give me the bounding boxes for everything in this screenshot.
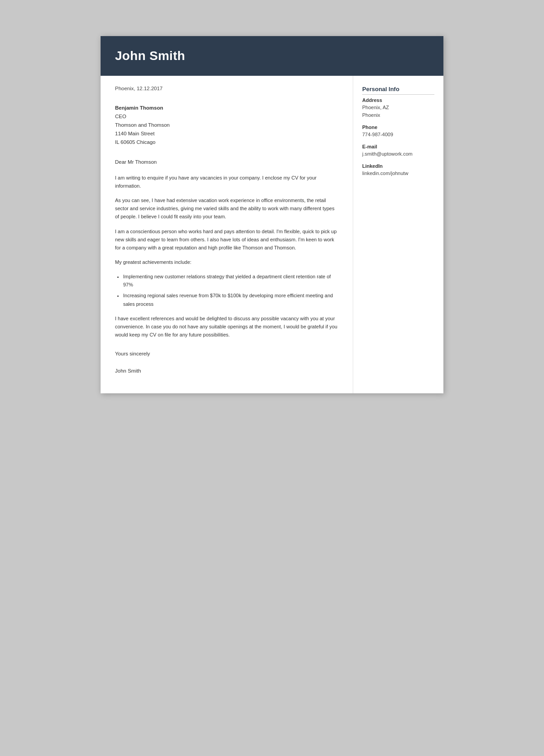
email-label: E-mail — [362, 144, 434, 149]
closing: Yours sincerely John Smith — [115, 350, 338, 375]
achievement-1: Implementing new customer relations stra… — [123, 272, 338, 289]
email-value: j.smith@uptowork.com — [362, 150, 434, 158]
personal-info-section: Personal Info Address Phoenix, AZPhoenix… — [362, 86, 434, 177]
address-label: Address — [362, 97, 434, 103]
header: John Smith — [101, 36, 443, 76]
linkedin-label: LinkedIn — [362, 163, 434, 169]
document: John Smith Phoenix, 12.12.2017 Benjamin … — [101, 36, 443, 393]
sign-name: John Smith — [115, 367, 338, 376]
paragraph-3: I am a conscientious person who works ha… — [115, 227, 338, 252]
sidebar: Personal Info Address Phoenix, AZPhoenix… — [353, 76, 443, 393]
recipient-company: Thomson and Thomson — [115, 121, 338, 129]
main-content: Phoenix, 12.12.2017 Benjamin Thomson CEO… — [101, 76, 353, 393]
email-field: E-mail j.smith@uptowork.com — [362, 144, 434, 158]
linkedin-field: LinkedIn linkedin.com/johnutw — [362, 163, 434, 177]
address-value: Phoenix, AZPhoenix — [362, 104, 434, 119]
recipient-title: CEO — [115, 112, 338, 121]
linkedin-value: linkedin.com/johnutw — [362, 170, 434, 177]
recipient-name: Benjamin Thomson — [115, 104, 338, 112]
paragraph-2: As you can see, I have had extensive vac… — [115, 196, 338, 221]
address-field: Address Phoenix, AZPhoenix — [362, 97, 434, 119]
closing-paragraph: I have excellent references and would be… — [115, 314, 338, 339]
paragraph-1: I am writing to enquire if you have any … — [115, 174, 338, 190]
personal-info-title: Personal Info — [362, 86, 434, 95]
applicant-name: John Smith — [115, 49, 429, 63]
date: Phoenix, 12.12.2017 — [115, 86, 338, 91]
phone-field: Phone 774-987-4009 — [362, 124, 434, 138]
phone-label: Phone — [362, 124, 434, 130]
salutation: Dear Mr Thomson — [115, 159, 338, 165]
recipient-street: 1140 Main Street — [115, 129, 338, 138]
letter-body: I am writing to enquire if you have any … — [115, 174, 338, 339]
paragraph-4: My greatest achievements include: — [115, 258, 338, 266]
achievement-2: Increasing regional sales revenue from $… — [123, 291, 338, 308]
sign-off: Yours sincerely — [115, 350, 338, 359]
recipient-city: IL 60605 Chicago — [115, 138, 338, 147]
body-wrapper: Phoenix, 12.12.2017 Benjamin Thomson CEO… — [101, 76, 443, 393]
recipient-block: Benjamin Thomson CEO Thomson and Thomson… — [115, 104, 338, 147]
achievements-list: Implementing new customer relations stra… — [123, 272, 338, 308]
phone-value: 774-987-4009 — [362, 131, 434, 138]
